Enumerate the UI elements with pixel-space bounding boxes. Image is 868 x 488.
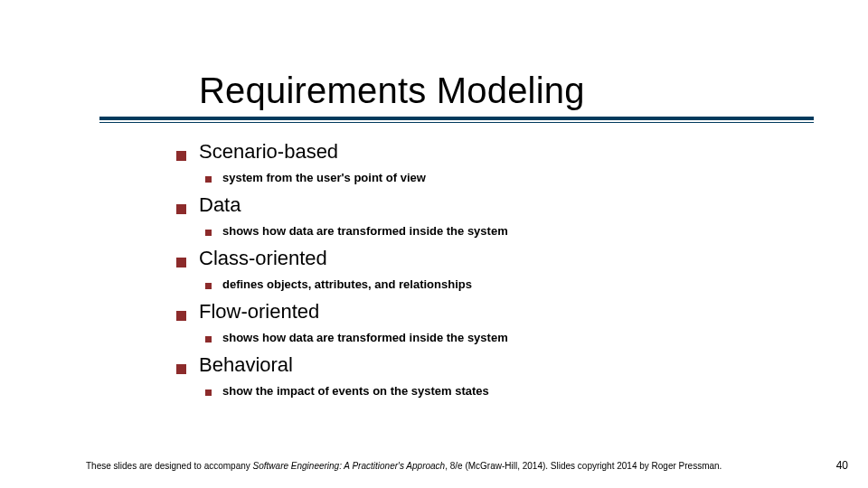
item-label: Class-oriented: [199, 247, 327, 270]
square-bullet-icon: [205, 230, 212, 236]
list-item: Data shows how data are transformed insi…: [176, 193, 760, 238]
square-bullet-icon: [205, 336, 212, 343]
item-label: Behavioral: [199, 353, 293, 377]
footer-pre: These slides are designed to accompany: [86, 461, 253, 471]
title-underline: [99, 117, 814, 124]
square-bullet-icon: [176, 311, 186, 321]
square-bullet-icon: [205, 389, 212, 396]
square-bullet-icon: [176, 364, 186, 374]
item-label: Data: [199, 193, 241, 217]
list-item: Behavioral show the impact of events on …: [176, 353, 760, 398]
slide: Requirements Modeling Scenario-based sys…: [0, 0, 868, 488]
square-bullet-icon: [176, 151, 186, 161]
square-bullet-icon: [205, 283, 212, 289]
footer-italic: Software Engineering: A Practitioner's A…: [253, 461, 446, 471]
item-sub: shows how data are transformed inside th…: [222, 224, 508, 238]
content-list: Scenario-based system from the user's po…: [176, 140, 760, 407]
item-sub: shows how data are transformed inside th…: [222, 331, 508, 344]
page-number: 40: [836, 459, 848, 472]
item-label: Flow-oriented: [199, 300, 319, 324]
footer-post: , 8/e (McGraw-Hill, 2014). Slides copyri…: [445, 461, 722, 471]
item-sub: system from the user's point of view: [222, 171, 426, 184]
square-bullet-icon: [205, 176, 212, 183]
list-item: Class-oriented defines objects, attribut…: [176, 247, 760, 291]
item-sub: defines objects, attributes, and relatio…: [222, 277, 472, 291]
square-bullet-icon: [176, 258, 186, 267]
title-block: Requirements Modeling: [99, 70, 814, 124]
item-label: Scenario-based: [199, 140, 338, 164]
list-item: Scenario-based system from the user's po…: [176, 140, 760, 184]
slide-title: Requirements Modeling: [199, 70, 814, 111]
list-item: Flow-oriented shows how data are transfo…: [176, 300, 760, 344]
square-bullet-icon: [176, 204, 186, 214]
footer-attribution: These slides are designed to accompany S…: [86, 461, 796, 473]
item-sub: show the impact of events on the system …: [222, 384, 489, 398]
